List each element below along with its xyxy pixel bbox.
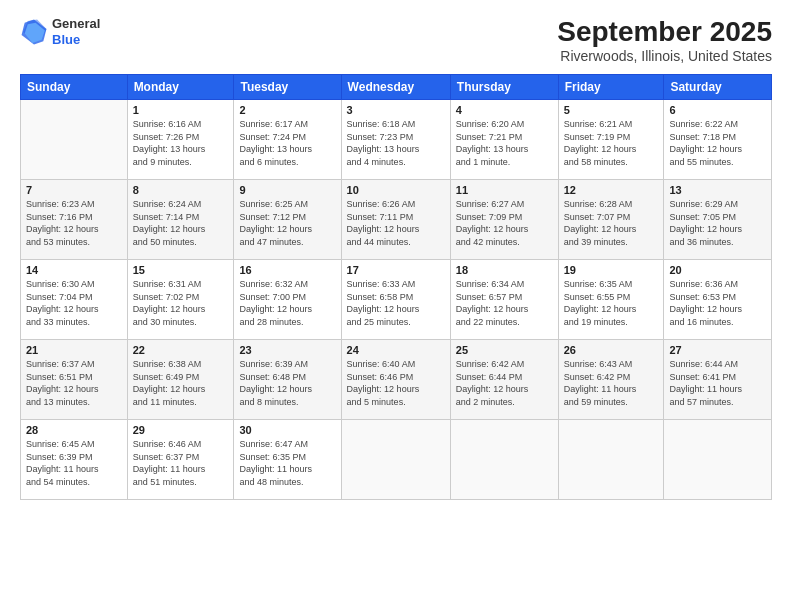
day-number: 9 (239, 184, 335, 196)
day-number: 2 (239, 104, 335, 116)
week-row-3: 14Sunrise: 6:30 AM Sunset: 7:04 PM Dayli… (21, 260, 772, 340)
day-number: 14 (26, 264, 122, 276)
day-number: 3 (347, 104, 445, 116)
day-number: 25 (456, 344, 553, 356)
day-number: 18 (456, 264, 553, 276)
day-info: Sunrise: 6:28 AM Sunset: 7:07 PM Dayligh… (564, 198, 659, 248)
day-info: Sunrise: 6:33 AM Sunset: 6:58 PM Dayligh… (347, 278, 445, 328)
day-info: Sunrise: 6:31 AM Sunset: 7:02 PM Dayligh… (133, 278, 229, 328)
cell-w2-d6: 12Sunrise: 6:28 AM Sunset: 7:07 PM Dayli… (558, 180, 664, 260)
cell-w5-d5 (450, 420, 558, 500)
day-number: 30 (239, 424, 335, 436)
cell-w5-d7 (664, 420, 772, 500)
title-block: September 2025 Riverwoods, Illinois, Uni… (557, 16, 772, 64)
col-thursday: Thursday (450, 75, 558, 100)
day-number: 26 (564, 344, 659, 356)
cell-w3-d5: 18Sunrise: 6:34 AM Sunset: 6:57 PM Dayli… (450, 260, 558, 340)
day-info: Sunrise: 6:42 AM Sunset: 6:44 PM Dayligh… (456, 358, 553, 408)
col-monday: Monday (127, 75, 234, 100)
cell-w3-d4: 17Sunrise: 6:33 AM Sunset: 6:58 PM Dayli… (341, 260, 450, 340)
day-info: Sunrise: 6:24 AM Sunset: 7:14 PM Dayligh… (133, 198, 229, 248)
day-info: Sunrise: 6:30 AM Sunset: 7:04 PM Dayligh… (26, 278, 122, 328)
col-wednesday: Wednesday (341, 75, 450, 100)
week-row-2: 7Sunrise: 6:23 AM Sunset: 7:16 PM Daylig… (21, 180, 772, 260)
day-number: 19 (564, 264, 659, 276)
cell-w1-d3: 2Sunrise: 6:17 AM Sunset: 7:24 PM Daylig… (234, 100, 341, 180)
day-info: Sunrise: 6:22 AM Sunset: 7:18 PM Dayligh… (669, 118, 766, 168)
cell-w5-d6 (558, 420, 664, 500)
main-title: September 2025 (557, 16, 772, 48)
cell-w1-d4: 3Sunrise: 6:18 AM Sunset: 7:23 PM Daylig… (341, 100, 450, 180)
cell-w4-d2: 22Sunrise: 6:38 AM Sunset: 6:49 PM Dayli… (127, 340, 234, 420)
week-row-1: 1Sunrise: 6:16 AM Sunset: 7:26 PM Daylig… (21, 100, 772, 180)
cell-w2-d3: 9Sunrise: 6:25 AM Sunset: 7:12 PM Daylig… (234, 180, 341, 260)
day-info: Sunrise: 6:45 AM Sunset: 6:39 PM Dayligh… (26, 438, 122, 488)
col-friday: Friday (558, 75, 664, 100)
header-row: Sunday Monday Tuesday Wednesday Thursday… (21, 75, 772, 100)
day-info: Sunrise: 6:39 AM Sunset: 6:48 PM Dayligh… (239, 358, 335, 408)
cell-w4-d1: 21Sunrise: 6:37 AM Sunset: 6:51 PM Dayli… (21, 340, 128, 420)
cell-w1-d2: 1Sunrise: 6:16 AM Sunset: 7:26 PM Daylig… (127, 100, 234, 180)
day-info: Sunrise: 6:29 AM Sunset: 7:05 PM Dayligh… (669, 198, 766, 248)
day-number: 17 (347, 264, 445, 276)
cell-w2-d7: 13Sunrise: 6:29 AM Sunset: 7:05 PM Dayli… (664, 180, 772, 260)
day-info: Sunrise: 6:16 AM Sunset: 7:26 PM Dayligh… (133, 118, 229, 168)
week-row-5: 28Sunrise: 6:45 AM Sunset: 6:39 PM Dayli… (21, 420, 772, 500)
day-number: 5 (564, 104, 659, 116)
day-info: Sunrise: 6:23 AM Sunset: 7:16 PM Dayligh… (26, 198, 122, 248)
cell-w3-d1: 14Sunrise: 6:30 AM Sunset: 7:04 PM Dayli… (21, 260, 128, 340)
day-number: 27 (669, 344, 766, 356)
col-saturday: Saturday (664, 75, 772, 100)
header: General Blue September 2025 Riverwoods, … (20, 16, 772, 64)
day-number: 11 (456, 184, 553, 196)
cell-w2-d2: 8Sunrise: 6:24 AM Sunset: 7:14 PM Daylig… (127, 180, 234, 260)
day-number: 8 (133, 184, 229, 196)
day-info: Sunrise: 6:46 AM Sunset: 6:37 PM Dayligh… (133, 438, 229, 488)
cell-w1-d1 (21, 100, 128, 180)
cell-w4-d5: 25Sunrise: 6:42 AM Sunset: 6:44 PM Dayli… (450, 340, 558, 420)
day-number: 1 (133, 104, 229, 116)
cell-w3-d3: 16Sunrise: 6:32 AM Sunset: 7:00 PM Dayli… (234, 260, 341, 340)
cell-w3-d2: 15Sunrise: 6:31 AM Sunset: 7:02 PM Dayli… (127, 260, 234, 340)
day-number: 13 (669, 184, 766, 196)
day-info: Sunrise: 6:27 AM Sunset: 7:09 PM Dayligh… (456, 198, 553, 248)
day-number: 22 (133, 344, 229, 356)
day-info: Sunrise: 6:36 AM Sunset: 6:53 PM Dayligh… (669, 278, 766, 328)
day-number: 24 (347, 344, 445, 356)
calendar: Sunday Monday Tuesday Wednesday Thursday… (20, 74, 772, 500)
day-info: Sunrise: 6:20 AM Sunset: 7:21 PM Dayligh… (456, 118, 553, 168)
day-info: Sunrise: 6:21 AM Sunset: 7:19 PM Dayligh… (564, 118, 659, 168)
logo-line2: Blue (52, 32, 100, 48)
cell-w5-d1: 28Sunrise: 6:45 AM Sunset: 6:39 PM Dayli… (21, 420, 128, 500)
day-number: 15 (133, 264, 229, 276)
cell-w2-d5: 11Sunrise: 6:27 AM Sunset: 7:09 PM Dayli… (450, 180, 558, 260)
day-info: Sunrise: 6:40 AM Sunset: 6:46 PM Dayligh… (347, 358, 445, 408)
day-info: Sunrise: 6:35 AM Sunset: 6:55 PM Dayligh… (564, 278, 659, 328)
day-info: Sunrise: 6:47 AM Sunset: 6:35 PM Dayligh… (239, 438, 335, 488)
cell-w5-d2: 29Sunrise: 6:46 AM Sunset: 6:37 PM Dayli… (127, 420, 234, 500)
day-number: 7 (26, 184, 122, 196)
logo-line1: General (52, 16, 100, 32)
day-info: Sunrise: 6:38 AM Sunset: 6:49 PM Dayligh… (133, 358, 229, 408)
day-number: 4 (456, 104, 553, 116)
cell-w4-d7: 27Sunrise: 6:44 AM Sunset: 6:41 PM Dayli… (664, 340, 772, 420)
cell-w5-d3: 30Sunrise: 6:47 AM Sunset: 6:35 PM Dayli… (234, 420, 341, 500)
cell-w5-d4 (341, 420, 450, 500)
day-number: 20 (669, 264, 766, 276)
day-info: Sunrise: 6:43 AM Sunset: 6:42 PM Dayligh… (564, 358, 659, 408)
day-info: Sunrise: 6:26 AM Sunset: 7:11 PM Dayligh… (347, 198, 445, 248)
cell-w3-d7: 20Sunrise: 6:36 AM Sunset: 6:53 PM Dayli… (664, 260, 772, 340)
day-info: Sunrise: 6:18 AM Sunset: 7:23 PM Dayligh… (347, 118, 445, 168)
day-number: 16 (239, 264, 335, 276)
day-number: 6 (669, 104, 766, 116)
day-number: 10 (347, 184, 445, 196)
week-row-4: 21Sunrise: 6:37 AM Sunset: 6:51 PM Dayli… (21, 340, 772, 420)
logo-icon (20, 18, 48, 46)
cell-w3-d6: 19Sunrise: 6:35 AM Sunset: 6:55 PM Dayli… (558, 260, 664, 340)
day-number: 21 (26, 344, 122, 356)
col-sunday: Sunday (21, 75, 128, 100)
col-tuesday: Tuesday (234, 75, 341, 100)
day-info: Sunrise: 6:44 AM Sunset: 6:41 PM Dayligh… (669, 358, 766, 408)
day-number: 23 (239, 344, 335, 356)
subtitle: Riverwoods, Illinois, United States (557, 48, 772, 64)
